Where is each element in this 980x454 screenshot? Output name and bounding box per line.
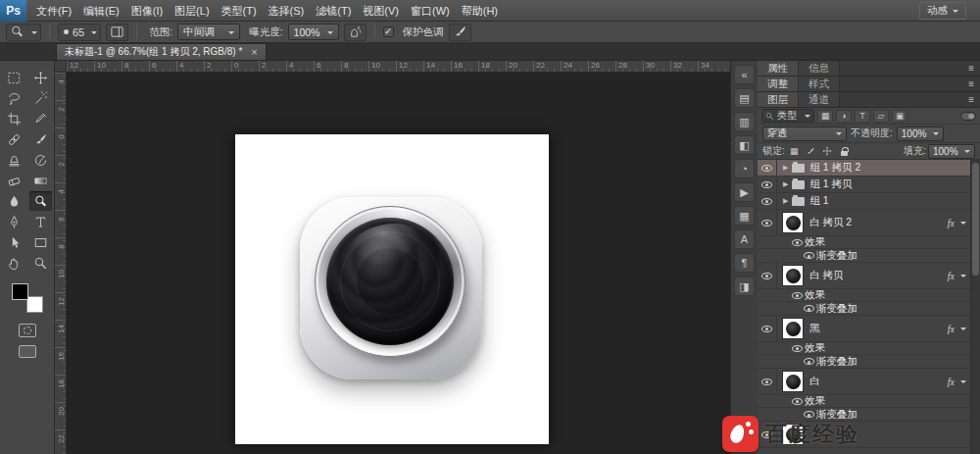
brush-size-picker[interactable]: 65 xyxy=(58,24,101,41)
close-icon[interactable]: × xyxy=(251,47,257,57)
quick-mask-mode-button[interactable] xyxy=(19,324,36,337)
layer-name[interactable]: 组 1 xyxy=(809,194,828,208)
visibility-toggle[interactable] xyxy=(758,160,777,176)
gradient-overlay-row[interactable]: 渐变叠加 xyxy=(758,355,970,369)
screen-mode-button[interactable] xyxy=(19,345,36,358)
fill-input[interactable]: 100% xyxy=(928,144,975,159)
exposure-select[interactable]: 100% xyxy=(288,24,339,40)
effects-row[interactable]: 效果 xyxy=(758,342,970,355)
vertical-ruler[interactable]: 420246810121416182022 xyxy=(55,73,67,454)
effects-row[interactable]: 效果 xyxy=(758,395,970,408)
lock-all-icon[interactable] xyxy=(837,145,852,158)
zoom-tool[interactable] xyxy=(29,253,52,273)
spot-healing-brush-tool[interactable] xyxy=(3,129,25,149)
protect-tones-checkbox[interactable]: ✓ xyxy=(383,26,394,37)
visibility-toggle[interactable] xyxy=(758,193,777,209)
menu-item[interactable]: 滤镜(T) xyxy=(310,0,357,22)
visibility-toggle[interactable] xyxy=(758,369,777,394)
quick-selection-tool[interactable] xyxy=(29,88,52,108)
layer-row-group-1[interactable]: ▶ 组 1 xyxy=(758,193,970,210)
visibility-toggle[interactable] xyxy=(758,210,777,235)
document-tab[interactable]: 未标题-1 @ 66.7%(组 1 拷贝 2, RGB/8) * × xyxy=(56,43,267,60)
menu-item[interactable]: 视图(V) xyxy=(357,0,405,22)
menu-item[interactable]: 类型(T) xyxy=(216,0,263,22)
eraser-tool[interactable] xyxy=(3,171,25,190)
expand-triangle-icon[interactable]: ▶ xyxy=(783,164,788,172)
menu-item[interactable]: 图像(I) xyxy=(125,0,169,22)
visibility-toggle[interactable] xyxy=(789,342,805,354)
horizontal-ruler[interactable]: 121086420246810121416182022242628303234 xyxy=(67,61,730,73)
layer-effects-badge[interactable]: fx xyxy=(948,377,966,387)
gradient-overlay-row[interactable]: 渐变叠加 xyxy=(758,302,970,316)
layer-row-group-1-copy-2[interactable]: ▶ 组 1 拷贝 2 xyxy=(758,160,970,177)
canvas-area[interactable]: 121086420246810121416182022242628303234 … xyxy=(55,61,730,454)
ruler-origin-corner[interactable] xyxy=(55,61,67,73)
clone-stamp-tool[interactable] xyxy=(3,150,25,170)
panel-menu-icon[interactable]: ≡ xyxy=(962,76,980,91)
menu-item[interactable]: 帮助(H) xyxy=(456,0,504,22)
range-select[interactable]: 中间调 xyxy=(177,24,240,40)
visibility-toggle[interactable] xyxy=(789,236,805,248)
tab-channels[interactable]: 通道 xyxy=(799,92,840,107)
layer-name[interactable]: 组 1 拷贝 2 xyxy=(809,161,860,175)
layer-filter-type-select[interactable]: 类型 xyxy=(761,109,814,123)
paragraph-panel-icon[interactable]: ¶ xyxy=(734,253,755,273)
crop-tool[interactable] xyxy=(3,109,25,128)
tab-properties[interactable]: 属性 xyxy=(758,61,799,76)
layer-row-white[interactable]: 白 fx xyxy=(758,369,970,395)
layer-name[interactable]: 白 拷贝 2 xyxy=(809,216,852,229)
blur-tool[interactable] xyxy=(3,191,25,211)
visibility-toggle[interactable] xyxy=(758,263,777,288)
clone-source-panel-icon[interactable]: ◨ xyxy=(734,277,755,296)
blend-mode-select[interactable]: 穿透 xyxy=(762,126,847,141)
layer-effects-badge[interactable]: fx xyxy=(948,271,966,281)
layer-name[interactable]: 白 xyxy=(809,375,820,388)
visibility-toggle[interactable] xyxy=(789,289,805,301)
effects-row[interactable]: 效果 xyxy=(758,236,970,249)
foreground-color-swatch[interactable] xyxy=(12,283,28,300)
visibility-toggle[interactable] xyxy=(801,355,816,368)
lasso-tool[interactable] xyxy=(3,88,25,108)
visibility-toggle[interactable] xyxy=(758,177,777,192)
rectangle-shape-tool[interactable] xyxy=(29,232,52,252)
tablet-pressure-button[interactable] xyxy=(449,24,471,41)
layer-row-group-1-copy[interactable]: ▶ 组 1 拷贝 xyxy=(758,177,970,193)
visibility-toggle[interactable] xyxy=(789,395,805,407)
move-tool[interactable] xyxy=(29,68,52,87)
history-brush-tool[interactable] xyxy=(29,150,52,170)
menu-item[interactable]: 编辑(E) xyxy=(77,0,125,22)
tool-preset-picker[interactable] xyxy=(6,24,41,41)
layer-row-white-copy-2[interactable]: 白 拷贝 2 fx xyxy=(758,210,970,236)
tab-styles[interactable]: 样式 xyxy=(799,76,840,91)
effects-row[interactable]: 效果 xyxy=(758,289,970,302)
color-panel-icon[interactable]: ▦ xyxy=(734,206,755,226)
mini-bridge-panel-icon[interactable]: ▤ xyxy=(734,88,755,108)
filter-pixel-layers-icon[interactable]: ▦ xyxy=(817,110,833,123)
visibility-toggle[interactable] xyxy=(801,249,816,262)
layer-row-black[interactable]: 黑 fx xyxy=(758,316,970,342)
layer-name[interactable]: 白 拷贝 xyxy=(809,269,843,282)
histogram-panel-icon[interactable]: ▥ xyxy=(734,112,755,131)
gradient-overlay-row[interactable]: 渐变叠加 xyxy=(758,249,970,263)
lock-image-pixels-icon[interactable] xyxy=(804,145,818,158)
layer-effects-badge[interactable]: fx xyxy=(948,324,966,334)
panel-menu-icon[interactable]: ≡ xyxy=(962,92,980,107)
character-panel-icon[interactable]: A xyxy=(734,229,755,249)
layer-name[interactable]: 组 1 拷贝 xyxy=(809,177,852,191)
panel-menu-icon[interactable]: ≡ xyxy=(962,61,980,76)
brush-tool[interactable] xyxy=(29,129,52,149)
expand-triangle-icon[interactable]: ▶ xyxy=(783,197,788,205)
layer-effects-badge[interactable]: fx xyxy=(948,218,966,228)
eyedropper-tool[interactable] xyxy=(29,109,52,128)
menu-item[interactable]: 图层(L) xyxy=(169,0,215,22)
history-panel-icon[interactable]: ◔ xyxy=(734,159,755,178)
filter-shape-layers-icon[interactable]: ▱ xyxy=(873,110,889,123)
pen-tool[interactable] xyxy=(3,212,25,231)
layer-thumbnail[interactable] xyxy=(782,371,804,392)
actions-panel-icon[interactable]: ▶ xyxy=(734,182,755,202)
layer-row-white-copy[interactable]: 白 拷贝 fx xyxy=(758,263,970,289)
lock-position-icon[interactable] xyxy=(820,145,835,158)
filter-type-layers-icon[interactable]: T xyxy=(855,110,870,123)
toggle-brush-panel-button[interactable] xyxy=(106,24,128,41)
tab-info[interactable]: 信息 xyxy=(799,61,840,76)
